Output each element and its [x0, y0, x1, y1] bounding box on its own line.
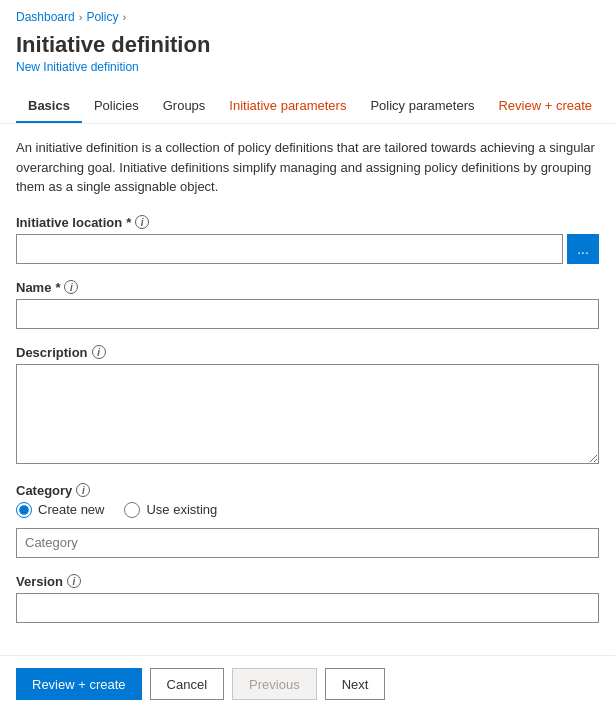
initiative-location-required: *	[126, 215, 131, 230]
category-label: Category i	[16, 483, 599, 498]
tab-groups[interactable]: Groups	[151, 90, 218, 123]
next-button[interactable]: Next	[325, 668, 386, 700]
tab-initiative-parameters[interactable]: Initiative parameters	[217, 90, 358, 123]
initiative-location-label: Initiative location * i	[16, 215, 599, 230]
version-info-icon[interactable]: i	[67, 574, 81, 588]
previous-button: Previous	[232, 668, 317, 700]
initiative-location-input-row: ...	[16, 234, 599, 264]
initiative-location-input[interactable]	[16, 234, 563, 264]
tab-policies[interactable]: Policies	[82, 90, 151, 123]
content-area: An initiative definition is a collection…	[0, 124, 615, 653]
initiative-location-label-text: Initiative location	[16, 215, 122, 230]
name-input[interactable]	[16, 299, 599, 329]
cancel-button[interactable]: Cancel	[150, 668, 224, 700]
category-info-icon[interactable]: i	[76, 483, 90, 497]
version-group: Version i	[16, 574, 599, 623]
category-create-new-label[interactable]: Create new	[16, 502, 104, 518]
category-radio-group: Create new Use existing	[16, 502, 599, 518]
tab-policy-parameters[interactable]: Policy parameters	[358, 90, 486, 123]
breadcrumb-sep-1: ›	[79, 11, 83, 23]
page-title: Initiative definition	[16, 32, 599, 58]
description-text: An initiative definition is a collection…	[16, 138, 599, 197]
breadcrumb-dashboard[interactable]: Dashboard	[16, 10, 75, 24]
name-group: Name * i	[16, 280, 599, 329]
version-label-text: Version	[16, 574, 63, 589]
description-textarea[interactable]	[16, 364, 599, 464]
description-group: Description i	[16, 345, 599, 467]
page-subtitle: New Initiative definition	[16, 60, 599, 74]
category-use-existing-radio[interactable]	[124, 502, 140, 518]
initiative-location-group: Initiative location * i ...	[16, 215, 599, 264]
description-label: Description i	[16, 345, 599, 360]
category-label-text: Category	[16, 483, 72, 498]
description-label-text: Description	[16, 345, 88, 360]
category-use-existing-text: Use existing	[146, 502, 217, 517]
version-label: Version i	[16, 574, 599, 589]
category-create-new-text: Create new	[38, 502, 104, 517]
breadcrumb: Dashboard › Policy ›	[0, 0, 615, 28]
category-create-new-radio[interactable]	[16, 502, 32, 518]
initiative-location-info-icon[interactable]: i	[135, 215, 149, 229]
breadcrumb-sep-2: ›	[122, 11, 126, 23]
category-use-existing-label[interactable]: Use existing	[124, 502, 217, 518]
initiative-location-browse-button[interactable]: ...	[567, 234, 599, 264]
breadcrumb-policy[interactable]: Policy	[86, 10, 118, 24]
review-create-button[interactable]: Review + create	[16, 668, 142, 700]
name-label-text: Name	[16, 280, 51, 295]
version-input[interactable]	[16, 593, 599, 623]
tab-basics[interactable]: Basics	[16, 90, 82, 123]
name-label: Name * i	[16, 280, 599, 295]
tab-review-create[interactable]: Review + create	[486, 90, 604, 123]
category-input[interactable]	[16, 528, 599, 558]
tab-bar: Basics Policies Groups Initiative parame…	[0, 90, 615, 124]
footer: Review + create Cancel Previous Next	[0, 655, 615, 712]
name-required: *	[55, 280, 60, 295]
name-info-icon[interactable]: i	[64, 280, 78, 294]
page-header: Initiative definition New Initiative def…	[0, 28, 615, 78]
description-info-icon[interactable]: i	[92, 345, 106, 359]
category-group: Category i Create new Use existing	[16, 483, 599, 558]
